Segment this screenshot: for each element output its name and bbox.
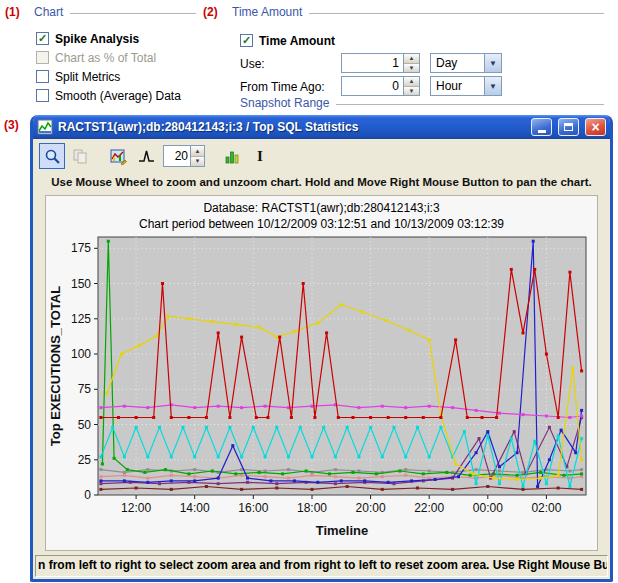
svg-text:02:00: 02:00 — [531, 501, 561, 515]
svg-text:0: 0 — [84, 488, 91, 502]
chart-options-icon — [110, 148, 127, 165]
from-time-ago-value[interactable]: 0 — [342, 77, 403, 95]
spike-icon — [138, 148, 155, 165]
svg-text:50: 50 — [77, 418, 91, 432]
group-chart-header: Chart — [34, 5, 196, 19]
dropdown-arrow-icon[interactable]: ▼ — [484, 54, 501, 72]
svg-text:100: 100 — [70, 347, 90, 361]
check-icon: ✓ — [242, 35, 251, 46]
minimize-button[interactable] — [531, 118, 552, 136]
chart-panel: Database: RACTST1(awr);db:280412143;i:3 … — [45, 195, 598, 551]
svg-text:00:00: 00:00 — [472, 501, 502, 515]
check-icon: ✓ — [38, 33, 47, 44]
dropdown-arrow-icon[interactable]: ▼ — [484, 77, 501, 95]
svg-text:16:00: 16:00 — [238, 501, 268, 515]
from-unit-select[interactable]: Hour ▼ — [430, 76, 502, 96]
checkbox-label: Split Metrics — [55, 70, 120, 84]
chart-options-button[interactable] — [105, 143, 131, 169]
svg-text:Timeline: Timeline — [315, 523, 368, 538]
checkbox-box[interactable]: ✓ — [36, 32, 49, 45]
checkbox-label: Chart as % of Total — [55, 51, 156, 65]
spinner-buttons: ▲ ▼ — [403, 54, 419, 72]
checkbox-label: Spike Analysis — [55, 32, 139, 46]
window-title: RACTST1(awr);db:280412143;i:3 / Top SQL … — [58, 120, 525, 134]
chart-title: Database: RACTST1(awr);db:280412143;i:3 — [203, 201, 439, 217]
copy-icon — [72, 148, 88, 164]
svg-text:14:00: 14:00 — [179, 501, 209, 515]
chart-subtitle: Chart period between 10/12/2009 03:12:51… — [139, 217, 504, 233]
svg-text:Top EXECUTIONS_TOTAL: Top EXECUTIONS_TOTAL — [48, 286, 63, 446]
divider — [309, 13, 604, 14]
checkbox-split-metrics[interactable]: ✓Split Metrics — [36, 67, 181, 86]
window-toolbar: 20 ▲ ▼ I — [33, 139, 610, 173]
group-chart-title: Chart — [34, 5, 63, 19]
svg-text:12:00: 12:00 — [121, 501, 151, 515]
close-icon: × — [591, 120, 599, 134]
checkbox-chart-percent-total: ✓Chart as % of Total — [36, 48, 181, 67]
interval-label: I — [257, 148, 263, 165]
annotation-1: (1) — [5, 5, 20, 19]
svg-text:22:00: 22:00 — [414, 501, 444, 515]
checkbox-smooth-average-data[interactable]: ✓Smooth (Average) Data — [36, 86, 181, 105]
use-unit-value: Day — [431, 54, 484, 72]
from-unit-value: Hour — [431, 77, 484, 95]
svg-text:125: 125 — [70, 312, 90, 326]
chart-canvas[interactable]: 025507510012515017512:0014:0016:0018:002… — [46, 233, 598, 541]
checkbox-spike-analysis[interactable]: ✓Spike Analysis — [36, 29, 181, 48]
from-time-ago-label: From Time Ago: — [240, 80, 325, 94]
checkbox-box[interactable]: ✓ — [240, 34, 253, 47]
interval-toggle-button[interactable]: I — [247, 143, 273, 169]
top-sql-statistics-window: RACTST1(awr);db:280412143;i:3 / Top SQL … — [30, 115, 613, 582]
magnifier-icon — [44, 148, 61, 165]
spin-up-icon[interactable]: ▲ — [191, 146, 204, 157]
spin-up-icon[interactable]: ▲ — [404, 77, 419, 87]
checkbox-box[interactable]: ✓ — [36, 70, 49, 83]
zoom-chart-button[interactable] — [39, 143, 65, 169]
spin-down-icon[interactable]: ▼ — [404, 87, 419, 96]
divider — [336, 104, 604, 105]
checkbox-label: Smooth (Average) Data — [55, 89, 181, 103]
spinner-buttons: ▲ ▼ — [403, 77, 419, 95]
screen: (1) (2) (3) Chart ✓Spike Analysis ✓Chart… — [0, 0, 618, 583]
close-button[interactable]: × — [585, 118, 606, 136]
svg-text:75: 75 — [77, 382, 91, 396]
copy-chart-button — [67, 143, 93, 169]
maximize-button[interactable] — [558, 118, 579, 136]
minimize-icon — [538, 130, 546, 133]
spike-analysis-button[interactable] — [133, 143, 159, 169]
status-bar: n from left to right to select zoom area… — [35, 555, 608, 577]
group-time-amount-title: Time Amount — [232, 5, 302, 19]
bar-chart-view-button[interactable] — [219, 143, 245, 169]
svg-text:18:00: 18:00 — [296, 501, 326, 515]
window-titlebar[interactable]: RACTST1(awr);db:280412143;i:3 / Top SQL … — [33, 115, 610, 139]
annotation-2: (2) — [203, 5, 218, 19]
top-count-spinner[interactable]: 20 ▲ ▼ — [163, 145, 205, 167]
svg-text:175: 175 — [70, 241, 90, 255]
group-snapshot-range-header: Snapshot Range — [240, 96, 604, 110]
group-time-amount-header: Time Amount — [232, 5, 604, 19]
checkbox-box[interactable]: ✓ — [36, 89, 49, 102]
mouse-hint-text: Use Mouse Wheel to zoom and unzoom chart… — [33, 173, 610, 193]
checkbox-time-amount[interactable]: ✓Time Amount — [240, 31, 335, 50]
svg-text:20:00: 20:00 — [355, 501, 385, 515]
use-amount-value[interactable]: 1 — [342, 54, 403, 72]
maximize-icon — [564, 123, 573, 131]
spinner-buttons: ▲ ▼ — [190, 146, 204, 166]
spin-up-icon[interactable]: ▲ — [404, 54, 419, 64]
svg-text:25: 25 — [77, 453, 91, 467]
annotation-3: (3) — [4, 118, 19, 132]
svg-text:150: 150 — [70, 277, 90, 291]
checkbox-box: ✓ — [36, 51, 49, 64]
group-snapshot-range-title: Snapshot Range — [240, 96, 329, 110]
chart-options-list: ✓Spike Analysis ✓Chart as % of Total ✓Sp… — [36, 29, 181, 105]
window-chart-icon — [37, 119, 53, 135]
from-time-ago-spinner[interactable]: 0 ▲ ▼ — [341, 76, 420, 96]
spin-down-icon[interactable]: ▼ — [404, 64, 419, 73]
top-count-value[interactable]: 20 — [164, 146, 190, 166]
use-label: Use: — [240, 57, 265, 71]
checkbox-label: Time Amount — [259, 34, 335, 48]
spin-down-icon[interactable]: ▼ — [191, 157, 204, 167]
divider — [70, 13, 196, 14]
use-unit-select[interactable]: Day ▼ — [430, 53, 502, 73]
use-amount-spinner[interactable]: 1 ▲ ▼ — [341, 53, 420, 73]
